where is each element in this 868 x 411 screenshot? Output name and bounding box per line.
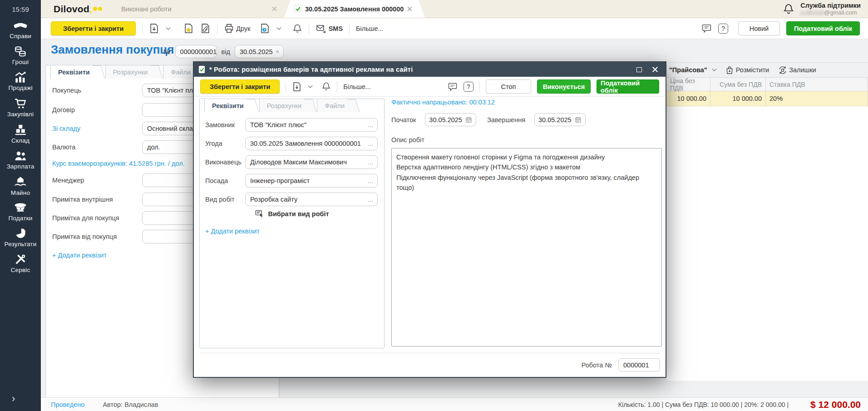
- tax-accounting-button[interactable]: Податковий облік: [597, 79, 659, 94]
- print-button[interactable]: Друк: [224, 23, 250, 34]
- sidebar-item-podatky[interactable]: Податки: [0, 202, 41, 222]
- work-time-section: Фактично напрацьовано: 00:03:12 Початок …: [391, 99, 662, 347]
- pie-chart-icon: [14, 228, 27, 239]
- posted-status-link[interactable]: Проведено: [51, 401, 84, 408]
- toolbar-separator: [349, 23, 350, 34]
- sidebar-item-zakupivli[interactable]: Закупівлі: [0, 97, 41, 118]
- attach-document-icon[interactable]: [200, 23, 211, 34]
- help-button[interactable]: ?: [718, 24, 728, 34]
- bell-icon[interactable]: [321, 82, 331, 91]
- modal-title-bar[interactable]: * Робота: розміщення банерів та адптивно…: [194, 62, 666, 77]
- column-header[interactable]: Ціна без ПДВ: [666, 78, 710, 91]
- sidebar-item-label: Склад: [11, 137, 30, 144]
- executor-field[interactable]: Діловодов Максим Максимович: [245, 155, 378, 169]
- vat-cell[interactable]: 20%: [766, 91, 868, 106]
- maximize-icon[interactable]: [633, 65, 645, 74]
- document-info-icon[interactable]: i: [260, 23, 270, 34]
- column-header[interactable]: Ставка ПДВ: [766, 78, 868, 91]
- date-label: від: [222, 48, 230, 55]
- sidebar-item-sklad[interactable]: Склад: [0, 124, 41, 144]
- close-icon[interactable]: [272, 6, 277, 11]
- start-date-input[interactable]: 30.05.2025: [425, 113, 476, 126]
- sms-button[interactable]: SMS: [316, 24, 343, 34]
- table-row[interactable]: 10 000.00 10 000.00 20%: [666, 91, 868, 106]
- tab-rekvizyty[interactable]: Реквізити: [50, 65, 99, 79]
- help-button[interactable]: ?: [464, 82, 473, 92]
- work-description-textarea[interactable]: Створення макету головної сторінки у Fig…: [391, 148, 662, 347]
- add-attribute-link[interactable]: + Додати реквізит: [52, 252, 107, 259]
- position-field[interactable]: Інженер-програміст: [245, 174, 378, 188]
- new-button[interactable]: Новий: [738, 21, 780, 35]
- calendar-icon: [276, 48, 279, 55]
- comment-icon[interactable]: [701, 23, 712, 34]
- chevron-down-icon[interactable]: [308, 85, 313, 89]
- save-and-close-button[interactable]: Зберегти і закрити: [200, 79, 280, 94]
- price-type-dropdown[interactable]: "Прайсова": [669, 66, 707, 74]
- support-account[interactable]: Служба підтримки a.dilovod@gmail.com: [783, 0, 868, 18]
- stock-balance-button[interactable]: Залишки: [778, 65, 816, 75]
- elapsed-time-link[interactable]: Фактично напрацьовано: 00:03:12: [391, 99, 662, 106]
- end-label: Завершення: [487, 116, 525, 124]
- field-label: Договір: [52, 103, 75, 117]
- warehouse-link-label[interactable]: Зі складу: [52, 122, 80, 135]
- window-tab-completed-works[interactable]: Виконані роботи: [114, 0, 284, 18]
- comment-icon[interactable]: [448, 82, 458, 92]
- end-date-input[interactable]: 30.05.2025: [534, 113, 586, 126]
- agreement-field[interactable]: 30.05.2025 Замовлення 0000000001: [245, 137, 378, 150]
- status-running-button[interactable]: Виконується: [537, 79, 591, 94]
- save-and-close-button[interactable]: Зберегти і закрити: [51, 21, 136, 35]
- work-details-panel: Реквізити Розрахунки Файли ЗамовникТОВ "…: [199, 99, 385, 348]
- sidebar-expand-chevron[interactable]: ›: [12, 393, 15, 405]
- order-number-input[interactable]: 0000000001: [175, 45, 217, 58]
- tax-accounting-button[interactable]: Податковий облік: [786, 21, 860, 35]
- tab-rekvizyty[interactable]: Реквізити: [204, 99, 253, 112]
- sidebar-item-zarplata[interactable]: Зарплата: [0, 150, 41, 170]
- dilovod-logo[interactable]: Dilovod,: [41, 0, 114, 18]
- chevron-down-icon[interactable]: [276, 27, 281, 30]
- sidebar-item-rezultaty[interactable]: Результати: [0, 228, 41, 248]
- work-type-field[interactable]: Розробка сайту: [245, 193, 378, 206]
- order-date-input[interactable]: 30.05.2025: [235, 45, 284, 58]
- logo-comma: ,: [89, 4, 92, 15]
- sidebar-item-prodazhi[interactable]: Продажі: [0, 71, 41, 91]
- status-bar: Проведено Автор: Владислав Кількість: 1.…: [41, 397, 868, 411]
- select-list-icon: [255, 209, 264, 218]
- column-header[interactable]: Сума без ПДВ: [710, 78, 766, 91]
- add-attribute-link[interactable]: + Додати реквізит: [205, 228, 260, 235]
- tab-rozrakhunky[interactable]: Розрахунки: [259, 99, 311, 112]
- more-button[interactable]: Більше...: [343, 83, 371, 90]
- tab-faily[interactable]: Файли: [317, 99, 354, 112]
- choose-work-type-button[interactable]: Вибрати вид робіт: [200, 209, 384, 218]
- app-header: Dilovod, Виконані роботи 30.05.2025 Замо…: [41, 0, 868, 18]
- close-icon[interactable]: [649, 65, 661, 74]
- chevron-down-icon[interactable]: [712, 68, 717, 72]
- close-icon[interactable]: [407, 6, 412, 11]
- modal-title: * Робота: розміщення банерів та адптивно…: [209, 66, 629, 73]
- field-label: Покупець: [52, 84, 81, 97]
- window-tab-order[interactable]: 30.05.2025 Замовлення 000000: [284, 0, 425, 18]
- favorite-document-icon[interactable]: [183, 23, 194, 34]
- price-cell[interactable]: 10 000.00: [666, 91, 710, 106]
- sum-cell[interactable]: 10 000.00: [710, 91, 766, 106]
- warehouse-icon: [14, 124, 27, 136]
- more-button[interactable]: Більше...: [356, 25, 384, 32]
- toolbar-separator: [309, 23, 309, 34]
- start-label: Початок: [391, 116, 416, 124]
- save-icon[interactable]: [292, 82, 302, 92]
- bell-icon[interactable]: [783, 3, 794, 15]
- bell-icon[interactable]: [292, 24, 302, 34]
- work-modal: * Робота: розміщення банерів та адптивно…: [193, 61, 666, 378]
- customer-field[interactable]: ТОВ "Клієнт плюс": [245, 118, 378, 132]
- document-check-icon: [294, 5, 301, 13]
- sidebar-item-servis[interactable]: Сервіс: [0, 253, 41, 273]
- stop-button[interactable]: Стоп: [486, 79, 531, 94]
- sidebar-item-spravy[interactable]: Справи: [0, 20, 41, 40]
- chevron-down-icon[interactable]: [166, 27, 171, 30]
- save-icon[interactable]: [149, 23, 159, 34]
- work-number-input[interactable]: 0000001: [618, 358, 660, 371]
- tab-rozrakhunky[interactable]: Розрахунки: [105, 65, 157, 79]
- sidebar-item-maino[interactable]: Майно: [0, 176, 41, 196]
- exchange-rate-link[interactable]: Курс взаєморозрахунків: 41.5285 грн. / д…: [52, 160, 185, 167]
- place-items-button[interactable]: Розмістити: [725, 65, 769, 75]
- sidebar-item-hroshi[interactable]: Гроші: [0, 45, 41, 65]
